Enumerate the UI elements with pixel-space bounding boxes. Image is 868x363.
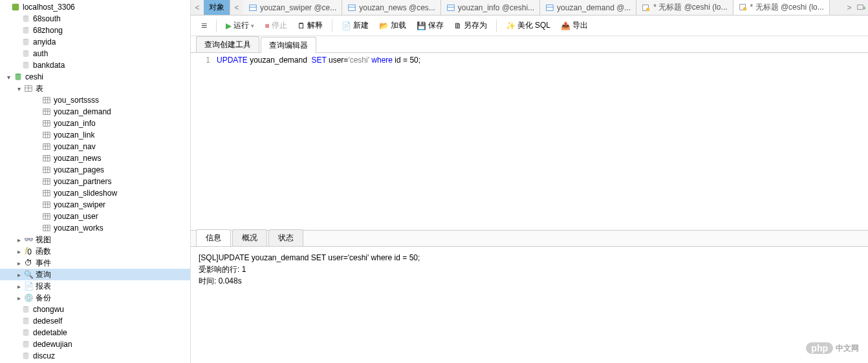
tab-label: youzan_info @ceshi... — [458, 3, 534, 12]
tree-item[interactable]: youzan_user — [0, 211, 190, 222]
tree-item[interactable]: youzan_nav — [0, 141, 190, 152]
tree-item[interactable]: youzan_pages — [0, 164, 190, 176]
tree-item[interactable]: anyida — [0, 36, 190, 48]
load-button[interactable]: 📂加载 — [375, 18, 410, 33]
top-tab[interactable]: youzan_info @ceshi... — [441, 0, 540, 15]
tree-item[interactable]: youzan_news — [0, 152, 190, 164]
btn-label: 解释 — [307, 20, 323, 31]
top-tab[interactable]: youzan_swiper @ce... — [243, 0, 342, 15]
tree-item[interactable]: ▸👓视图 — [0, 234, 190, 245]
tree-item[interactable]: ▸🔍查询 — [0, 269, 190, 280]
tree-item[interactable]: youzan_slideshow — [0, 187, 190, 199]
result-tab-status[interactable]: 状态 — [268, 229, 303, 246]
svg-rect-30 — [43, 156, 50, 161]
node-icon: 🔍 — [23, 269, 34, 280]
svg-rect-50 — [43, 214, 50, 220]
tree-item[interactable]: ▸⏱事件 — [0, 257, 190, 269]
tree-item[interactable]: youzan_demand — [0, 106, 190, 118]
node-label: 查询 — [36, 269, 51, 280]
connection-node[interactable]: localhost_3306 — [0, 1, 190, 13]
menu-button[interactable]: ≡ — [197, 18, 211, 34]
node-icon — [21, 37, 31, 47]
run-button[interactable]: ▶运行▾ — [222, 18, 258, 33]
tree-item[interactable]: 68zhong — [0, 25, 190, 36]
btn-label: 保存 — [428, 20, 444, 31]
top-tab[interactable]: youzan_news @ces... — [342, 0, 441, 15]
node-label: discuz — [33, 351, 55, 360]
node-icon — [41, 130, 52, 140]
result-tab-profile[interactable]: 概况 — [232, 229, 267, 246]
top-tab[interactable]: * 无标题 @ceshi (lo... — [733, 0, 830, 15]
database-icon — [13, 72, 23, 82]
save-as-icon: 🗎 — [454, 21, 462, 30]
new-button[interactable]: 📄新建 — [338, 18, 373, 33]
top-tab[interactable]: youzan_demand @... — [540, 0, 636, 15]
node-label: youzan_news — [54, 154, 101, 163]
result-tabs: 信息 概况 状态 — [191, 230, 868, 247]
sql-editor[interactable]: 1 UPDATE youzan_demand SET user='ceshi' … — [191, 53, 868, 230]
separator — [496, 19, 497, 32]
watermark: php 中文网 — [806, 342, 859, 354]
tables-folder[interactable]: ▾ 表 — [0, 83, 190, 94]
result-line: 时间: 0.048s — [199, 275, 860, 287]
tree-item[interactable]: 68south — [0, 13, 190, 25]
stop-button[interactable]: ■停止 — [261, 18, 290, 33]
tab-label: * 无标题 @ceshi (lo... — [653, 2, 727, 13]
tab-nav-next[interactable]: > — [843, 3, 856, 12]
export-icon: 📤 — [561, 21, 570, 30]
result-tab-info[interactable]: 信息 — [196, 229, 231, 246]
explain-icon: 🗒 — [298, 21, 305, 30]
export-button[interactable]: 📤导出 — [557, 18, 592, 33]
tree-item[interactable]: bankdata — [0, 59, 190, 71]
save-button[interactable]: 💾保存 — [413, 18, 448, 33]
node-icon — [41, 141, 52, 152]
expander-icon: ▸ — [14, 295, 23, 302]
svg-rect-10 — [43, 98, 50, 103]
tab-objects[interactable]: 对象 — [204, 0, 230, 15]
tree-item[interactable]: auth — [0, 48, 190, 59]
tree-item[interactable]: dedewujian — [0, 338, 190, 350]
node-icon — [41, 223, 52, 233]
tree-item[interactable]: youzan_swiper — [0, 199, 190, 211]
node-icon: ⏱ — [23, 258, 34, 268]
result-line: 受影响的行: 1 — [199, 264, 860, 275]
sub-tab-builder[interactable]: 查询创建工具 — [196, 36, 259, 52]
explain-button[interactable]: 🗒解释 — [294, 18, 327, 33]
tree-item[interactable]: chongwu — [0, 304, 190, 315]
node-icon — [41, 153, 52, 163]
node-label: 报表 — [36, 281, 51, 292]
sub-tab-editor[interactable]: 查询编辑器 — [261, 37, 316, 53]
tree-item[interactable]: dedeself — [0, 315, 190, 327]
tree-item[interactable]: you_sortssss — [0, 94, 190, 106]
svg-rect-0 — [12, 4, 19, 11]
code-content: UPDATE youzan_demand SET user='ceshi' wh… — [217, 56, 420, 230]
keyword: UPDATE — [217, 56, 248, 65]
chevron-down-icon: ▾ — [4, 74, 13, 81]
hamburger-icon: ≡ — [201, 20, 207, 32]
separator — [216, 19, 217, 32]
tree-item[interactable]: youzan_info — [0, 118, 190, 129]
node-icon: 💿 — [23, 293, 34, 303]
tab-nav-prev[interactable]: < — [191, 3, 204, 12]
tree-item[interactable]: ▸📄报表 — [0, 280, 190, 292]
watermark-text: 中文网 — [836, 343, 859, 354]
tree-item[interactable]: ▸f0函数 — [0, 245, 190, 257]
tree-item[interactable]: discuz — [0, 350, 190, 362]
db-node-active[interactable]: ▾ ceshi — [0, 71, 190, 83]
tab-nav-prev2[interactable]: < — [230, 3, 243, 12]
node-label: 68zhong — [33, 26, 63, 35]
tree-item[interactable]: youzan_works — [0, 222, 190, 234]
node-icon — [41, 176, 52, 187]
tree-item[interactable]: dedetable — [0, 327, 190, 338]
tab-label: 对象 — [209, 2, 224, 13]
tree-item[interactable]: youzan_link — [0, 129, 190, 141]
tree-item[interactable]: youzan_partners — [0, 176, 190, 187]
new-icon: 📄 — [342, 21, 351, 30]
tree-item[interactable]: ▸💿备份 — [0, 292, 190, 304]
save-as-button[interactable]: 🗎另存为 — [450, 18, 491, 33]
beautify-button[interactable]: ✨美化 SQL — [502, 18, 554, 33]
node-icon: f0 — [23, 246, 34, 256]
tab-add-icon[interactable]: + — [856, 3, 866, 13]
btn-label: 导出 — [572, 20, 588, 31]
top-tab[interactable]: * 无标题 @ceshi (lo... — [636, 0, 733, 15]
